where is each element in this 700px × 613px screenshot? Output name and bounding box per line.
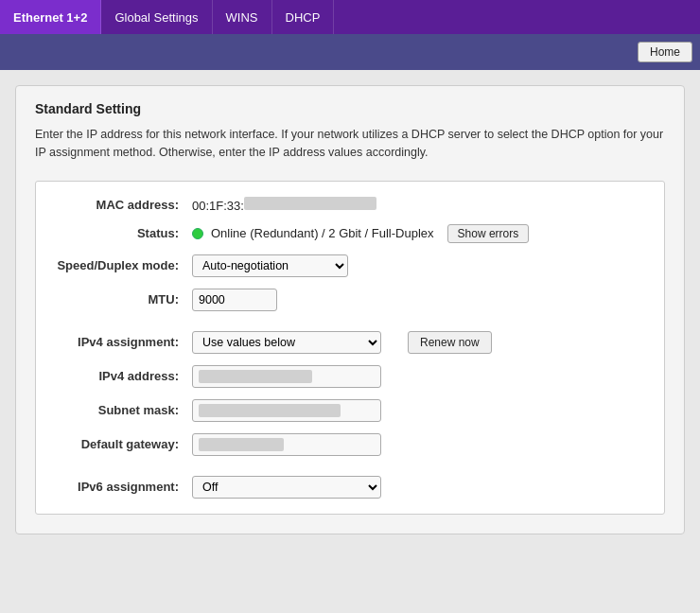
- tab-dhcp-label: DHCP: [286, 10, 321, 25]
- gateway-label: Default gateway:: [55, 437, 192, 451]
- tab-wins-label: WINS: [226, 10, 258, 25]
- mtu-input[interactable]: [192, 289, 277, 311]
- subnet-label: Subnet mask:: [55, 403, 192, 417]
- subnet-mask-blurred: [199, 404, 341, 417]
- subnet-mask-row: Subnet mask:: [55, 399, 645, 422]
- ipv6-assignment-row: IPv6 assignment: Off DHCP Manual: [55, 476, 645, 499]
- form-section: MAC address: 00:1F:33: Status: Online (R…: [35, 181, 665, 515]
- subnet-value-container: [192, 399, 645, 422]
- ipv4-assign-value-container: Use values below DHCP Off Renew now: [192, 331, 645, 354]
- ipv4-assign-label: IPv4 assignment:: [55, 335, 192, 349]
- gateway-blurred: [199, 438, 284, 451]
- status-text: Online (Redundant) / 2 Gbit / Full-Duple…: [211, 226, 434, 240]
- tab-global-settings-label: Global Settings: [114, 10, 198, 25]
- standard-setting-panel: Standard Setting Enter the IP address fo…: [15, 85, 685, 534]
- tab-wins[interactable]: WINS: [213, 0, 272, 34]
- top-navigation: Ethernet 1+2 Global Settings WINS DHCP: [0, 0, 700, 34]
- mtu-value-container: [192, 289, 645, 311]
- mac-label: MAC address:: [55, 198, 192, 212]
- content-area: Standard Setting Enter the IP address fo…: [0, 70, 700, 613]
- ipv4-assignment-select[interactable]: Use values below DHCP Off: [192, 331, 381, 354]
- ipv6-assign-label: IPv6 assignment:: [55, 480, 192, 494]
- status-label: Status:: [55, 226, 192, 240]
- panel-title: Standard Setting: [35, 101, 665, 116]
- tab-ethernet[interactable]: Ethernet 1+2: [0, 0, 101, 34]
- mac-value: 00:1F:33:: [192, 197, 376, 213]
- spacer-1: [55, 323, 645, 324]
- home-button[interactable]: Home: [638, 42, 692, 62]
- speed-label: Speed/Duplex mode:: [55, 258, 192, 272]
- panel-description: Enter the IP address for this network in…: [35, 126, 665, 162]
- default-gateway-input-wrapper: [192, 433, 381, 456]
- mtu-label: MTU:: [55, 292, 192, 306]
- spacer-2: [55, 467, 645, 468]
- tab-global-settings[interactable]: Global Settings: [101, 0, 212, 34]
- ipv6-assign-value-container: Off DHCP Manual: [192, 476, 645, 499]
- mac-blurred: [244, 197, 376, 210]
- status-value-container: Online (Redundant) / 2 Gbit / Full-Duple…: [192, 224, 645, 243]
- ipv4-assignment-row: IPv4 assignment: Use values below DHCP O…: [55, 331, 645, 354]
- ipv4-address-blurred: [199, 370, 312, 383]
- mtu-row: MTU:: [55, 289, 645, 311]
- ipv4-addr-value-container: [192, 365, 645, 388]
- gateway-value-container: [192, 433, 645, 456]
- ipv6-assignment-select[interactable]: Off DHCP Manual: [192, 476, 381, 499]
- mac-value-container: 00:1F:33:: [192, 197, 645, 213]
- show-errors-button[interactable]: Show errors: [447, 224, 530, 243]
- default-gateway-row: Default gateway:: [55, 433, 645, 456]
- status-row: Status: Online (Redundant) / 2 Gbit / Fu…: [55, 224, 645, 243]
- mac-address-row: MAC address: 00:1F:33:: [55, 197, 645, 213]
- renew-now-button[interactable]: Renew now: [408, 331, 492, 354]
- subnet-mask-input-wrapper: [192, 399, 381, 422]
- tab-dhcp[interactable]: DHCP: [272, 0, 335, 34]
- speed-value-container: Auto-negotiation 10 Mbit/Half-Duplex 10 …: [192, 254, 645, 277]
- toolbar: Home: [0, 34, 700, 70]
- status-indicator: [192, 228, 203, 239]
- ipv4-address-row: IPv4 address:: [55, 365, 645, 388]
- speed-duplex-select[interactable]: Auto-negotiation 10 Mbit/Half-Duplex 10 …: [192, 254, 348, 277]
- ipv4-address-input-wrapper: [192, 365, 381, 388]
- ipv4-addr-label: IPv4 address:: [55, 369, 192, 383]
- speed-duplex-row: Speed/Duplex mode: Auto-negotiation 10 M…: [55, 254, 645, 277]
- tab-ethernet-label: Ethernet 1+2: [13, 10, 87, 25]
